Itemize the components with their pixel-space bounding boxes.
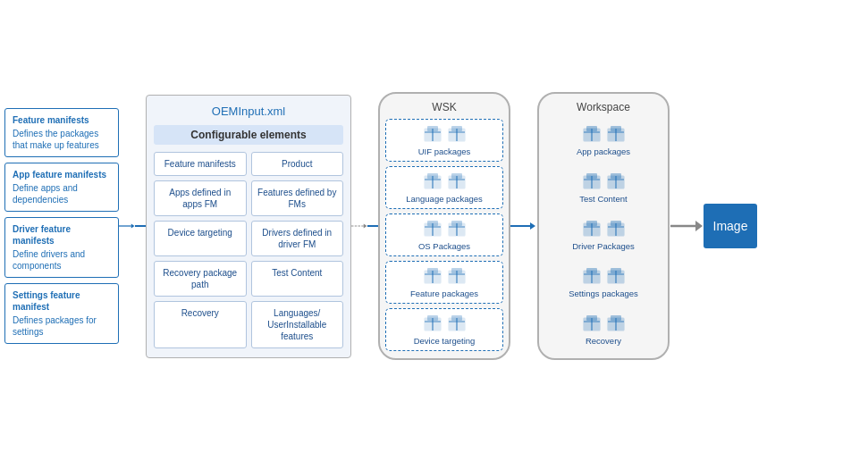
ws-package-icon-6 [606,219,626,239]
config-cell-8: Recovery [154,301,247,348]
ws-pkg-label-2: Driver Packages [549,241,658,251]
config-cell-3: Features defined by FMs [251,180,344,216]
ws-test-content: Test Content [544,166,662,209]
pkg-icons [549,219,658,239]
pkg-icons [390,172,499,191]
ws-package-icon-8 [606,266,626,286]
config-cell-6: Recovery package path [154,261,247,297]
wsk-pkg-label-4: Device targeting [390,336,499,346]
ws-app-packages: App packages [544,119,662,162]
workspace-column: Workspace App packages [537,92,670,360]
ws-settings-packages: Settings packages [544,261,662,304]
pkg-icons [390,124,499,144]
oeminput-title: OEMInput.xml [154,105,343,118]
pkg-icons [549,266,658,286]
package-icon-7 [423,266,442,286]
arrow-wsk-to-workspace [510,220,537,232]
center-oeminput-box: OEMInput.xml Configurable elements Featu… [146,95,351,358]
pkg-icons [549,172,658,191]
arrow-sidebar-to-center [119,219,146,233]
config-elements-label: Configurable elements [154,125,343,145]
package-icon-10 [447,314,467,333]
sidebar-card-app-feature: App feature manifests Define apps and de… [4,163,119,212]
wsk-column: WSK UIF packages [378,92,510,360]
wsk-pkg-label-0: UIF packages [390,146,499,156]
sidebar-card-feature-manifests: Feature manifests Defines the packages t… [4,108,119,157]
config-cell-1: Product [251,152,344,176]
wsk-pkg-label-3: Feature packages [390,289,499,298]
config-cell-5: Drivers defined in driver FM [251,221,344,256]
ws-pkg-label-0: App packages [549,146,658,156]
config-grid: Feature manifests Product Apps defined i… [154,152,343,348]
svg-marker-1 [131,224,135,229]
wsk-language-packages: Language packages [385,166,503,209]
package-icon-2 [447,124,467,144]
package-icon-1 [423,124,442,144]
ws-pkg-label-1: Test Content [549,194,658,204]
image-label: Image [713,219,748,233]
pkg-icons [390,266,499,286]
config-cell-4: Device targeting [154,221,247,256]
ws-package-icon-3 [582,172,602,191]
svg-marker-45 [530,222,535,230]
ws-package-icon-2 [606,124,626,144]
ws-package-icon-9 [582,314,602,333]
sidebar-card-title: Settings feature manifest [13,289,111,313]
config-cell-7: Test Content [251,261,344,297]
pkg-icons [390,314,499,333]
package-icon-3 [423,172,442,191]
ws-package-icon-10 [606,314,626,333]
package-icon-6 [447,219,467,239]
wsk-feature-packages: Feature packages [385,261,503,304]
wsk-pkg-label-2: OS Packages [390,241,499,251]
sidebar-card-title: Driver feature manifests [13,223,111,247]
pkg-icons [390,219,499,239]
image-box: Image [704,204,757,248]
wsk-title: WSK [385,101,503,113]
arrow-center-to-wsk [351,219,378,233]
wsk-uif-packages: UIF packages [385,119,503,162]
sidebar-card-desc: Defines packages for settings [13,315,97,337]
svg-marker-87 [695,221,703,231]
ws-recovery: Recovery [544,308,662,351]
sidebar-card-desc: Define drivers and components [13,249,85,271]
package-icon-5 [423,219,442,239]
sidebar-card-title: App feature manifests [13,169,111,180]
workspace-title: Workspace [544,101,662,113]
sidebar-card-driver-feature: Driver feature manifests Define drivers … [4,217,119,278]
ws-package-icon-4 [606,172,626,191]
package-icon-4 [447,172,467,191]
sidebar-card-settings-feature: Settings feature manifest Defines packag… [4,283,119,344]
ws-package-icon-1 [582,124,602,144]
left-sidebar: Feature manifests Defines the packages t… [4,108,119,344]
pkg-icons [549,314,658,333]
ws-pkg-label-4: Recovery [549,336,658,346]
ws-package-icon-7 [582,266,602,286]
pkg-icons [549,124,658,144]
sidebar-card-desc: Defines the packages that make up featur… [13,129,99,150]
ws-driver-packages: Driver Packages [544,213,662,256]
sidebar-card-title: Feature manifests [13,114,111,126]
config-cell-0: Feature manifests [154,152,247,176]
config-cell-2: Apps defined in apps FM [154,180,247,216]
diagram-container: Feature manifests Defines the packages t… [0,0,868,452]
svg-marker-3 [364,224,367,229]
arrow-workspace-to-image [670,217,704,235]
ws-package-icon-5 [582,219,602,239]
wsk-pkg-label-1: Language packages [390,194,499,204]
package-icon-8 [447,266,467,286]
wsk-device-targeting: Device targeting [385,308,503,351]
wsk-os-packages: OS Packages [385,213,503,256]
package-icon-9 [423,314,442,333]
ws-pkg-label-3: Settings packages [549,289,658,298]
config-cell-9: Languages/ UserInstallable features [251,301,344,348]
sidebar-card-desc: Define apps and dependencies [13,183,78,205]
